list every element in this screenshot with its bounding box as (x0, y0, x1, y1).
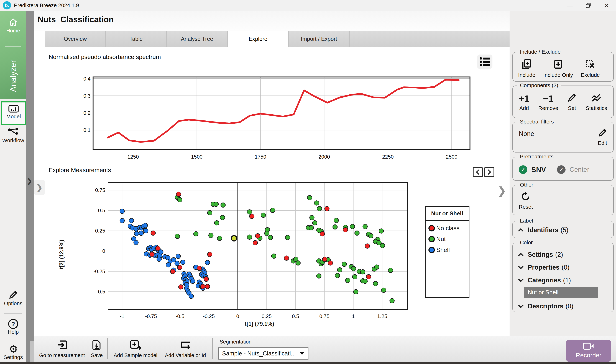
svg-text:0.25: 0.25 (262, 313, 271, 319)
minus-one-icon: −1 (538, 94, 558, 103)
segmentation-select[interactable]: Sample - Nuts_Classificati.. (218, 347, 308, 360)
pencil-icon (8, 290, 18, 300)
chart-list-button[interactable] (477, 54, 493, 69)
sidebar-item-model[interactable]: Model (1, 101, 26, 125)
category-item-label: Nut or Shell (528, 289, 558, 296)
legend-item-shell[interactable]: Shell (429, 247, 469, 253)
restore-button[interactable] (579, 0, 597, 11)
sidebar-item-options[interactable]: Options (0, 290, 27, 306)
legend-item-label: Nut (436, 235, 446, 243)
window-bottom-edge (0, 362, 616, 364)
close-button[interactable]: ✕ (597, 0, 616, 11)
chevron-down-icon (518, 278, 524, 282)
snv-check-icon[interactable]: ✓ (519, 165, 527, 174)
sidebar-item-label: Help (0, 329, 27, 335)
list-icon (480, 57, 490, 60)
toolbar-divider (107, 338, 108, 359)
edit-spectral-filters-button[interactable]: Edit (598, 128, 607, 146)
add-sample-model-button[interactable]: Add Sample model (112, 339, 159, 358)
color-properties-toggle[interactable]: Properties (0) (513, 258, 613, 271)
scatter-plot[interactable]: -1-0.75-0.5-0.2500.250.50.7511.25-0.5-0.… (77, 179, 433, 323)
sidebar-divider (4, 313, 22, 313)
splitter-expand-icon[interactable]: ❯ (27, 177, 32, 185)
segmentation-label: Segmentation (220, 339, 252, 345)
center-check-icon[interactable]: ✓ (557, 165, 565, 174)
button-label: Include Only (543, 72, 573, 78)
svg-text:0.1: 0.1 (83, 127, 91, 133)
pencil-icon (598, 128, 607, 138)
button-label: Add Variable or Id (162, 352, 209, 358)
section-legend: Color (517, 239, 535, 246)
color-descriptors-toggle[interactable]: Descriptors (0) (513, 298, 613, 310)
sidebar-item-help[interactable]: ? Help (0, 319, 27, 335)
section-legend: Label (517, 218, 536, 224)
svg-text:0: 0 (236, 313, 239, 319)
legend-item-label: Shell (436, 247, 450, 253)
go-to-measurement-button[interactable]: Go to measurement (39, 339, 85, 358)
tab-import-export[interactable]: Import / Export (289, 31, 350, 47)
include-button[interactable]: Include (518, 59, 536, 78)
other-section: Other Reset (512, 185, 614, 215)
row-label: Categories (528, 276, 561, 284)
statistics-button[interactable]: Statistics (586, 93, 607, 111)
set-components-button[interactable]: Set (567, 93, 577, 111)
svg-text:0.25: 0.25 (95, 228, 105, 234)
help-icon: ? (8, 319, 18, 329)
sidebar-item-label: Options (0, 300, 27, 306)
app-logo: b. (3, 1, 11, 9)
save-button[interactable]: Save (89, 339, 105, 358)
section-legend: Include / Exclude (517, 49, 563, 55)
right-pane-expander[interactable]: ❯ (498, 185, 506, 196)
sidebar-item-home[interactable]: Home (0, 18, 27, 34)
segmentation-value: Sample - Nuts_Classificati.. (222, 350, 294, 357)
legend-title: Nut or Shell (426, 207, 469, 221)
row-label: Identifiers (528, 226, 558, 234)
add-sample-model-icon (130, 339, 141, 350)
add-variable-or-id-button[interactable]: Add Variable or Id (162, 339, 209, 358)
sidebar-item-settings[interactable]: ⚙ Settings (0, 344, 27, 360)
include-icon (521, 59, 532, 69)
splitter-scroll-thumb[interactable] (30, 341, 34, 363)
tab-explore[interactable]: Explore (228, 31, 289, 47)
home-icon (9, 18, 18, 26)
add-component-button[interactable]: +1 Add (519, 94, 529, 111)
recorder-button[interactable]: Recorder (566, 339, 611, 362)
svg-text:0.5: 0.5 (98, 208, 105, 213)
button-label: Remove (538, 105, 558, 111)
minimize-button[interactable]: — (560, 0, 579, 11)
chevron-down-icon (518, 304, 524, 308)
color-categories-toggle[interactable]: Categories (1) (513, 271, 613, 284)
panel-splitter[interactable] (27, 11, 34, 364)
chevron-right-icon: ❯ (36, 183, 43, 192)
spectrum-chart[interactable]: 1250150017502000225025000.10.20.30.4 (77, 75, 482, 161)
section-legend: Other (517, 182, 536, 188)
left-pane-expander[interactable]: ❯ (34, 180, 45, 195)
button-label: Statistics (586, 105, 607, 111)
exclude-button[interactable]: Exclude (581, 59, 600, 78)
next-measurement-button[interactable] (484, 167, 494, 177)
svg-text:1.25: 1.25 (377, 313, 387, 319)
explore-section-title: Explore Measurements (49, 167, 111, 173)
title-bar: b. Prediktera Breeze 2024.1.9 — ✕ (0, 0, 616, 11)
include-only-button[interactable]: Include Only (543, 59, 573, 78)
row-label: Settings (528, 251, 553, 258)
sidebar-item-workflow[interactable]: Workflow (0, 127, 27, 143)
app-title: Prediktera Breeze 2024.1.9 (14, 2, 79, 8)
tab-overview[interactable]: Overview (45, 31, 106, 47)
section-legend: Spectral filters (517, 119, 556, 125)
tab-table[interactable]: Table (106, 31, 167, 47)
legend-item-no-class[interactable]: No class (429, 225, 469, 232)
button-label: Edit (598, 140, 607, 146)
legend-item-nut[interactable]: Nut (429, 235, 469, 243)
reset-button[interactable]: Reset (519, 192, 533, 210)
exclude-icon (585, 59, 595, 69)
prev-measurement-button[interactable] (473, 167, 483, 177)
category-item-nut-or-shell[interactable]: Nut or Shell (524, 287, 598, 298)
shell-dot-icon (429, 247, 435, 253)
button-label: Exclude (581, 72, 600, 78)
svg-text:-0.25: -0.25 (203, 313, 215, 319)
tab-analyse-tree[interactable]: Analyse Tree (167, 31, 228, 47)
components-section: Components (2) +1 Add −1 Remove Set Stat… (512, 86, 614, 118)
row-count: (5) (561, 226, 568, 234)
remove-component-button[interactable]: −1 Remove (538, 94, 558, 111)
